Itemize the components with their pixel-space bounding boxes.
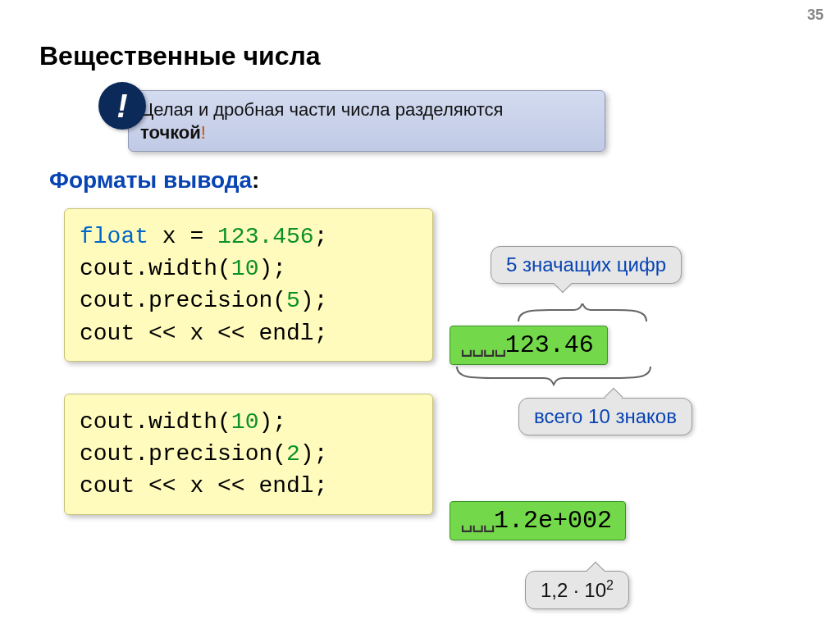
page-title: Вещественные числа xyxy=(39,41,321,71)
keyword-float: float xyxy=(80,224,148,249)
literal: 10 xyxy=(231,256,259,281)
output-value: 123.46 xyxy=(505,331,594,359)
callout-sci-exp: 2 xyxy=(606,578,614,592)
note-line1: Целая и дробная части числа разделяются xyxy=(140,99,503,120)
code-text: ); xyxy=(300,441,328,467)
code-block-2: cout.width(10); cout.precision(2); cout … xyxy=(64,394,433,515)
brace-bottom-icon xyxy=(455,365,652,390)
code-text: x = xyxy=(148,224,217,249)
subtitle: Форматы вывода: xyxy=(49,167,259,194)
code-text: cout.width( xyxy=(80,409,231,435)
subtitle-text: Форматы вывода xyxy=(49,167,252,193)
code-text: ; xyxy=(314,224,328,249)
literal: 2 xyxy=(286,441,300,467)
note-exclamation: ! xyxy=(201,122,206,143)
code-text: cout.precision( xyxy=(80,441,286,467)
output-leading-spaces: ␣␣␣␣ xyxy=(460,332,505,358)
output-box-1: ␣␣␣␣123.46 xyxy=(450,326,608,365)
code-text: ); xyxy=(258,256,286,281)
code-text: cout.precision( xyxy=(80,288,286,313)
code-block-1: float x = 123.456; cout.width(10); cout.… xyxy=(64,208,433,362)
code-line: cout << x << endl; xyxy=(80,470,418,502)
output-box-2: ␣␣␣1.2e+002 xyxy=(450,501,626,540)
code-text: cout.width( xyxy=(80,256,231,281)
page-number: 35 xyxy=(807,7,824,24)
callout-significant-digits: 5 значащих цифр xyxy=(491,246,682,284)
output-leading-spaces: ␣␣␣ xyxy=(460,508,494,534)
callout-scientific-value: 1,2 · 102 xyxy=(525,571,629,609)
literal: 5 xyxy=(286,288,300,313)
callout-sci-base: 1,2 · 10 xyxy=(541,579,606,601)
output-value: 1.2e+002 xyxy=(494,507,612,535)
code-line: cout.width(10); xyxy=(80,253,418,285)
note-text: Целая и дробная части числа разделяются … xyxy=(140,98,503,144)
attention-icon: ! xyxy=(98,82,146,130)
code-line: cout.precision(5); xyxy=(80,285,418,317)
code-line: cout << x << endl; xyxy=(80,317,418,349)
code-line: cout.precision(2); xyxy=(80,438,418,470)
callout-total-chars: всего 10 знаков xyxy=(518,398,692,435)
code-text: ); xyxy=(258,409,286,435)
code-text: ); xyxy=(300,288,328,313)
literal: 10 xyxy=(231,409,259,435)
literal: 123.456 xyxy=(217,224,314,249)
note-box: Целая и дробная части числа разделяются … xyxy=(128,90,605,152)
code-line: float x = 123.456; xyxy=(80,221,418,253)
code-line: cout.width(10); xyxy=(80,406,418,438)
brace-top-icon xyxy=(517,303,648,326)
note-bold-word: точкой xyxy=(140,122,201,143)
